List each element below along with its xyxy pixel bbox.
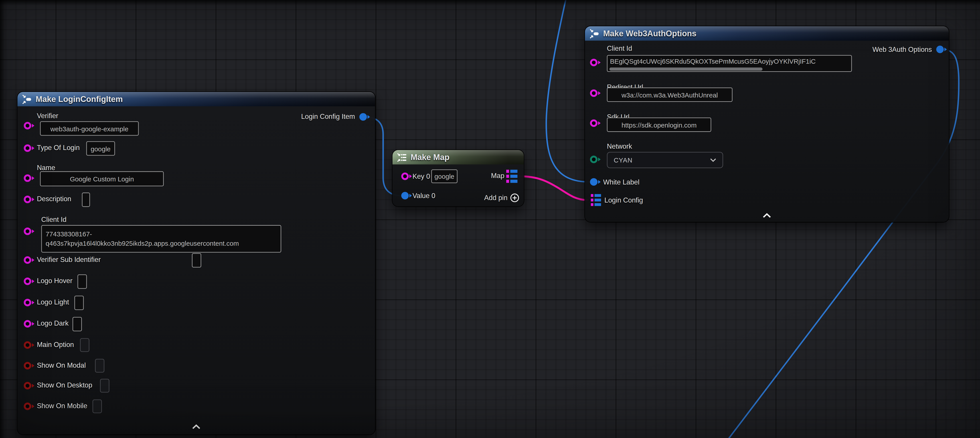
make-struct-icon bbox=[22, 94, 32, 104]
pin-main-option[interactable] bbox=[23, 341, 31, 349]
field-label-map-output: Map bbox=[491, 172, 504, 180]
pin-login-config-item-output[interactable] bbox=[360, 113, 367, 121]
checkbox-show-on-mobile[interactable] bbox=[92, 400, 102, 413]
field-label-web3auth-options-output: Web 3Auth Options bbox=[872, 46, 932, 54]
input-verifier[interactable]: web3auth-google-example bbox=[40, 121, 139, 136]
chevron-up-icon bbox=[192, 424, 200, 429]
field-label-verifier: Verifier bbox=[37, 112, 58, 120]
field-label-client-id: Client Id bbox=[607, 44, 632, 53]
pin-value0[interactable] bbox=[401, 192, 409, 199]
pin-key0[interactable] bbox=[401, 172, 409, 180]
input-logo-dark[interactable] bbox=[73, 317, 82, 331]
input-logo-light[interactable] bbox=[74, 296, 84, 310]
field-label-name: Name bbox=[37, 164, 55, 172]
field-label-logo-hover: Logo Hover bbox=[37, 277, 73, 285]
pin-show-on-mobile[interactable] bbox=[23, 403, 31, 410]
pin-description[interactable] bbox=[23, 196, 31, 203]
pin-show-on-modal[interactable] bbox=[23, 362, 31, 370]
pin-sdk-url[interactable] bbox=[590, 119, 598, 127]
make-struct-icon bbox=[589, 29, 600, 38]
add-pin-label: Add pin bbox=[484, 194, 508, 202]
field-label-network: Network bbox=[607, 142, 632, 151]
input-sdk-url[interactable]: https://sdk.openlogin.com bbox=[607, 118, 711, 132]
field-label-logo-light: Logo Light bbox=[37, 298, 69, 306]
input-key0[interactable]: google bbox=[431, 169, 458, 183]
field-label-show-on-desktop: Show On Desktop bbox=[37, 381, 92, 390]
pin-logo-light[interactable] bbox=[23, 299, 31, 306]
pin-white-label[interactable] bbox=[590, 178, 598, 186]
node-make-web3authoptions-header[interactable]: Make Web3AuthOptions bbox=[585, 26, 949, 41]
input-client-id-scrollbar[interactable] bbox=[609, 67, 762, 70]
field-label-logo-dark: Logo Dark bbox=[37, 319, 69, 328]
checkbox-show-on-desktop[interactable] bbox=[100, 379, 109, 393]
input-name[interactable]: Google Custom Login bbox=[40, 171, 164, 186]
pin-verifier[interactable] bbox=[23, 122, 31, 129]
pin-network[interactable] bbox=[590, 156, 598, 163]
node-make-map[interactable]: Make Map Key 0 google Map Value 0 Add pi… bbox=[393, 150, 524, 206]
field-label-value0: Value 0 bbox=[412, 192, 436, 200]
checkbox-main-option[interactable] bbox=[80, 338, 89, 352]
checkbox-show-on-modal[interactable] bbox=[95, 359, 104, 373]
node-title: Make Map bbox=[410, 153, 450, 162]
pin-web3auth-options-output[interactable] bbox=[936, 46, 944, 53]
field-label-login-config: Login Config bbox=[605, 196, 643, 204]
field-label-type-of-login: Type Of Login bbox=[37, 144, 80, 152]
input-type-of-login[interactable]: google bbox=[86, 141, 115, 156]
pin-name[interactable] bbox=[23, 175, 31, 182]
node-make-map-header[interactable]: Make Map bbox=[393, 150, 524, 164]
node-title: Make Web3AuthOptions bbox=[603, 29, 696, 38]
field-label-key0: Key 0 bbox=[412, 172, 430, 181]
chevron-down-icon bbox=[710, 158, 716, 162]
input-client-id[interactable]: 774338308167- q463s7kpvja16l4l0kko3nb925… bbox=[41, 225, 281, 253]
network-dropdown-value: CYAN bbox=[614, 156, 632, 164]
input-logo-hover[interactable] bbox=[78, 274, 87, 289]
field-label-description: Description bbox=[37, 195, 72, 203]
wire-offscreen-to-whitelabel bbox=[546, 0, 589, 182]
field-label-verifier-sub-identifier: Verifier Sub Identifier bbox=[37, 256, 101, 264]
input-redirect-url[interactable]: w3a://com.w3a.Web3AuthUnreal bbox=[607, 88, 733, 102]
field-label-white-label: White Label bbox=[603, 178, 639, 186]
field-label-show-on-modal: Show On Modal bbox=[37, 361, 86, 370]
node-title: Make LoginConfigItem bbox=[36, 94, 123, 104]
field-label-client-id: Client Id bbox=[41, 216, 66, 224]
pin-logo-dark[interactable] bbox=[23, 320, 31, 328]
field-label-show-on-mobile: Show On Mobile bbox=[37, 402, 88, 410]
network-dropdown[interactable]: CYAN bbox=[607, 152, 723, 168]
map-pin-icon[interactable] bbox=[590, 194, 601, 206]
wire-map-to-loginconfig bbox=[519, 176, 587, 200]
node-make-loginconfigitem-header[interactable]: Make LoginConfigItem bbox=[18, 92, 375, 107]
circle-plus-icon[interactable] bbox=[510, 193, 519, 202]
collapse-node-button[interactable] bbox=[585, 213, 949, 218]
make-map-icon bbox=[397, 152, 407, 162]
pin-verifier-sub-identifier[interactable] bbox=[23, 256, 31, 264]
node-make-loginconfigitem[interactable]: Make LoginConfigItem Verifier web3auth-g… bbox=[18, 92, 375, 435]
pin-client-id[interactable] bbox=[23, 228, 31, 235]
pin-logo-hover[interactable] bbox=[23, 277, 31, 285]
node-make-web3authoptions[interactable]: Make Web3AuthOptions Client Id BEglQSgt4… bbox=[585, 26, 949, 222]
pin-type-of-login[interactable] bbox=[23, 145, 31, 152]
field-label-login-config-item: Login Config Item bbox=[301, 113, 355, 121]
client-id-line2: q463s7kpvja16l4l0kko3nb925ikds2p.apps.go… bbox=[46, 239, 239, 248]
input-description[interactable] bbox=[82, 193, 90, 207]
pin-client-id[interactable] bbox=[590, 59, 598, 66]
input-verifier-sub-identifier[interactable] bbox=[192, 253, 201, 268]
pin-show-on-desktop[interactable] bbox=[23, 382, 31, 390]
field-label-main-option: Main Option bbox=[37, 341, 74, 349]
collapse-node-button[interactable] bbox=[18, 424, 375, 429]
map-pin-icon[interactable] bbox=[506, 169, 518, 183]
client-id-line1: 774338308167- bbox=[46, 229, 92, 239]
chevron-up-icon bbox=[763, 213, 771, 218]
blueprint-graph-canvas[interactable]: Make LoginConfigItem Verifier web3auth-g… bbox=[0, 0, 980, 438]
pin-redirect-url[interactable] bbox=[590, 89, 598, 97]
